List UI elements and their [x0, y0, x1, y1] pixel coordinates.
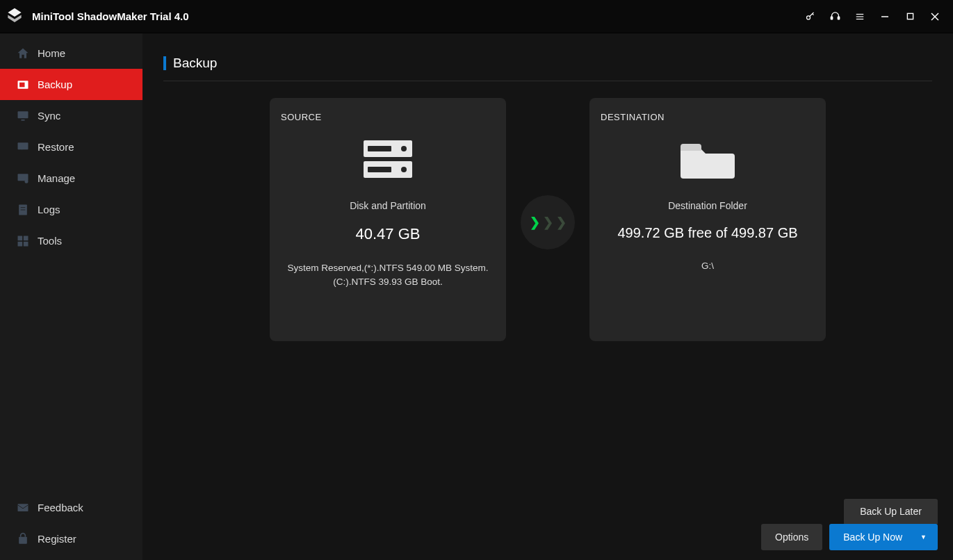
- sidebar-item-home[interactable]: Home: [0, 38, 142, 69]
- titlebar-left: MiniTool ShadowMaker Trial 4.0: [4, 6, 189, 27]
- sidebar-item-label: Register: [38, 533, 76, 545]
- backup-icon: [15, 77, 31, 92]
- chevron-right-icon: ❯: [543, 215, 553, 230]
- options-button[interactable]: Options: [761, 524, 822, 550]
- destination-subtitle: Destination Folder: [668, 200, 747, 211]
- sidebar-nav: Home Backup Sync Restore: [0, 38, 142, 256]
- page-header: Backup: [163, 56, 932, 81]
- sidebar-item-restore[interactable]: Restore: [0, 131, 142, 163]
- chevron-right-icon: ❯: [556, 215, 567, 230]
- svg-rect-25: [19, 536, 27, 543]
- svg-rect-11: [19, 82, 25, 87]
- sync-icon: [15, 108, 31, 124]
- svg-point-31: [401, 167, 407, 172]
- sidebar-item-sync[interactable]: Sync: [0, 100, 142, 131]
- svg-rect-2: [838, 17, 840, 19]
- svg-point-0: [806, 16, 810, 19]
- source-subtitle: Disk and Partition: [350, 200, 426, 211]
- sidebar-item-manage[interactable]: Manage: [0, 163, 142, 194]
- support-icon[interactable]: [822, 0, 847, 33]
- menu-icon[interactable]: [847, 0, 872, 33]
- sidebar-item-label: Tools: [38, 235, 62, 247]
- arrow-circle-icon: ❯ ❯ ❯: [521, 195, 575, 249]
- sidebar-item-label: Backup: [38, 79, 72, 90]
- sidebar-item-backup[interactable]: Backup: [0, 69, 142, 100]
- backup-now-label: Back Up Now: [843, 532, 902, 543]
- sidebar-nav-bottom: Feedback Register: [0, 492, 142, 560]
- tools-icon: [15, 233, 31, 249]
- svg-rect-12: [18, 111, 28, 118]
- destination-free: 499.72 GB free of 499.87 GB: [617, 225, 797, 241]
- destination-path: G:\: [697, 259, 718, 273]
- destination-label: DESTINATION: [601, 112, 665, 122]
- titlebar-controls: [797, 0, 947, 33]
- source-size: 40.47 GB: [356, 225, 421, 243]
- sidebar: Home Backup Sync Restore: [0, 33, 142, 560]
- svg-rect-30: [368, 167, 391, 172]
- sidebar-item-label: Feedback: [38, 502, 83, 513]
- svg-point-16: [25, 179, 28, 183]
- page-title: Backup: [173, 56, 217, 71]
- register-icon: [15, 532, 31, 547]
- sidebar-item-logs[interactable]: Logs: [0, 194, 142, 225]
- app-logo-icon: [4, 6, 25, 27]
- source-label: SOURCE: [281, 112, 322, 122]
- svg-rect-1: [831, 17, 833, 19]
- source-card[interactable]: SOURCE Dis: [270, 98, 506, 341]
- titlebar: MiniTool ShadowMaker Trial 4.0: [0, 0, 953, 33]
- sidebar-item-register[interactable]: Register: [0, 523, 142, 554]
- sidebar-item-feedback[interactable]: Feedback: [0, 492, 142, 523]
- key-icon[interactable]: [797, 0, 822, 33]
- close-button[interactable]: [922, 0, 947, 33]
- sidebar-item-tools[interactable]: Tools: [0, 225, 142, 256]
- sidebar-item-label: Restore: [38, 141, 74, 153]
- disk-icon: [361, 135, 415, 185]
- svg-rect-21: [24, 236, 28, 240]
- svg-point-29: [401, 146, 407, 151]
- backup-later-button[interactable]: Back Up Later: [844, 499, 938, 524]
- svg-rect-24: [18, 504, 28, 511]
- svg-rect-23: [24, 241, 28, 246]
- sidebar-item-label: Sync: [38, 110, 60, 122]
- logs-icon: [15, 202, 31, 217]
- backup-now-button[interactable]: Back Up Now ▼: [829, 524, 938, 550]
- destination-card[interactable]: DESTINATION Destination Folder 499.72 GB…: [589, 98, 826, 341]
- minimize-button[interactable]: [872, 0, 897, 33]
- feedback-icon: [15, 500, 31, 516]
- home-icon: [15, 46, 31, 61]
- main-content: Backup SOURCE: [142, 33, 953, 560]
- source-details: System Reserved,(*:).NTFS 549.00 MB Syst…: [279, 261, 496, 288]
- chevron-down-icon: ▼: [920, 534, 927, 541]
- transfer-arrow: ❯ ❯ ❯: [506, 195, 589, 249]
- chevron-right-icon: ❯: [530, 215, 540, 230]
- svg-rect-22: [18, 241, 23, 246]
- sidebar-item-label: Home: [38, 47, 65, 59]
- footer-buttons: Back Up Later Options Back Up Now ▼: [761, 499, 938, 550]
- folder-icon: [679, 135, 736, 185]
- svg-rect-28: [368, 146, 391, 151]
- sidebar-item-label: Manage: [38, 172, 75, 184]
- svg-rect-7: [907, 13, 913, 19]
- svg-rect-20: [18, 236, 23, 240]
- backup-cards-row: SOURCE Dis: [142, 98, 953, 341]
- svg-rect-14: [18, 142, 28, 149]
- sidebar-item-label: Logs: [38, 204, 60, 215]
- restore-icon: [15, 140, 31, 155]
- svg-rect-13: [22, 120, 25, 121]
- manage-icon: [15, 171, 31, 186]
- maximize-button[interactable]: [897, 0, 922, 33]
- app-title: MiniTool ShadowMaker Trial 4.0: [32, 10, 189, 22]
- header-accent-bar: [163, 56, 166, 70]
